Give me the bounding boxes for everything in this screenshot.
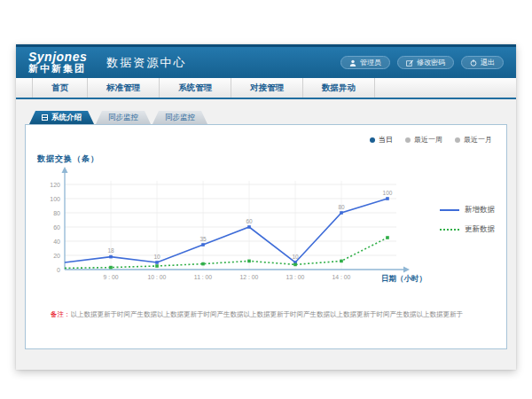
- range-selector: 当日 最近一周 最近一月: [26, 125, 506, 145]
- tab-sync-monitor-2[interactable]: 同步监控: [153, 111, 207, 124]
- svg-text:120: 120: [50, 182, 60, 188]
- legend-label: 新增数据: [465, 205, 495, 215]
- legend-swatch-icon: [440, 209, 459, 211]
- svg-text:11 : 00: 11 : 00: [194, 274, 213, 280]
- tab-system-intro[interactable]: 系统介绍: [29, 111, 94, 124]
- svg-text:20: 20: [53, 253, 60, 259]
- logout-button[interactable]: 退出: [461, 56, 504, 69]
- svg-text:10: 10: [153, 254, 160, 260]
- chart-panel: 当日 最近一周 最近一月 数据交换（条） 0204060801001209 : …: [25, 124, 507, 349]
- nav-item-data-change[interactable]: 数据异动: [303, 78, 375, 98]
- svg-text:60: 60: [53, 224, 60, 231]
- nav-item-home[interactable]: 首页: [32, 78, 88, 98]
- footnote-text: 以上数据更新于时间产生数据以上数据更新于时间产生数据以上数据更新于时间产生数据以…: [71, 310, 464, 318]
- page-title: 数据资源中心: [106, 55, 186, 71]
- footnote-label: 备注：: [51, 310, 71, 318]
- svg-text:100: 100: [50, 196, 60, 202]
- svg-text:日期（小时）: 日期（小时）: [381, 274, 426, 283]
- tab-sync-monitor-1-label: 同步监控: [108, 113, 138, 123]
- main-nav: 首页 标准管理 系统管理 对接管理 数据异动: [16, 78, 516, 99]
- svg-text:12 : 00: 12 : 00: [240, 274, 259, 280]
- radio-selected-icon: [370, 137, 375, 143]
- svg-text:10 : 00: 10 : 00: [148, 274, 167, 280]
- range-today-label: 当日: [379, 135, 393, 145]
- svg-text:9 : 00: 9 : 00: [103, 274, 118, 280]
- nav-item-system-mgmt[interactable]: 系统管理: [160, 78, 231, 98]
- tab-sync-monitor-2-label: 同步监控: [165, 113, 195, 123]
- logout-label: 退出: [481, 58, 495, 67]
- admin-user-button[interactable]: 管理员: [340, 56, 390, 69]
- svg-text:100: 100: [383, 190, 393, 196]
- app-window: Synjones 新中新集团 数据资源中心 管理员 修改密码 退出: [16, 44, 516, 370]
- y-axis-title: 数据交换（条）: [37, 153, 506, 165]
- legend-label: 更新数据: [465, 224, 495, 235]
- nav-item-standard-mgmt[interactable]: 标准管理: [88, 78, 160, 98]
- svg-text:18: 18: [107, 247, 114, 254]
- chart-row: 0204060801001209 : 0010 : 0011 : 0012 : …: [26, 165, 506, 291]
- legend-item-0: 新增数据: [440, 205, 495, 215]
- radio-unselected-icon: [455, 137, 460, 143]
- svg-text:80: 80: [338, 204, 345, 210]
- svg-text:10: 10: [292, 254, 299, 260]
- change-password-button[interactable]: 修改密码: [397, 56, 454, 69]
- chart-legend: 新增数据更新数据: [440, 205, 495, 235]
- nav-item-integration-mgmt[interactable]: 对接管理: [231, 78, 303, 98]
- legend-swatch-icon: [440, 229, 459, 231]
- footnote: 备注：以上数据更新于时间产生数据以上数据更新于时间产生数据以上数据更新于时间产生…: [26, 310, 506, 319]
- svg-text:0: 0: [57, 267, 60, 273]
- logo-text-en: Synjones: [28, 51, 87, 64]
- range-month-label: 最近一月: [464, 135, 492, 145]
- tab-system-intro-label: 系统介绍: [51, 113, 82, 123]
- document-icon: [42, 114, 48, 121]
- svg-text:40: 40: [53, 239, 60, 245]
- svg-text:60: 60: [246, 218, 253, 224]
- admin-user-label: 管理员: [360, 58, 381, 67]
- range-option-today[interactable]: 当日: [370, 135, 393, 145]
- user-icon: [349, 59, 356, 66]
- tab-sync-monitor-1[interactable]: 同步监控: [96, 111, 151, 124]
- power-icon: [470, 59, 477, 66]
- change-password-label: 修改密码: [417, 58, 445, 67]
- svg-text:35: 35: [200, 236, 207, 242]
- range-option-last-week[interactable]: 最近一周: [405, 135, 442, 145]
- company-logo: Synjones 新中新集团: [28, 51, 87, 74]
- logo-text-cn: 新中新集团: [28, 64, 87, 74]
- svg-text:14 : 00: 14 : 00: [332, 274, 351, 280]
- header-bar: Synjones 新中新集团 数据资源中心 管理员 修改密码 退出: [16, 44, 516, 78]
- svg-text:80: 80: [53, 210, 60, 216]
- header-actions: 管理员 修改密码 退出: [340, 56, 504, 69]
- radio-unselected-icon: [405, 137, 411, 143]
- edit-icon: [406, 59, 413, 66]
- range-week-label: 最近一周: [414, 135, 442, 145]
- range-option-last-month[interactable]: 最近一月: [455, 135, 492, 145]
- line-chart: 0204060801001209 : 0010 : 0011 : 0012 : …: [33, 165, 427, 291]
- content-area: 系统介绍 同步监控 同步监控 当日 最近一周: [16, 99, 516, 368]
- legend-item-1: 更新数据: [440, 224, 495, 235]
- svg-text:13 : 00: 13 : 00: [286, 274, 305, 280]
- tab-bar: 系统介绍 同步监控 同步监控: [25, 111, 507, 124]
